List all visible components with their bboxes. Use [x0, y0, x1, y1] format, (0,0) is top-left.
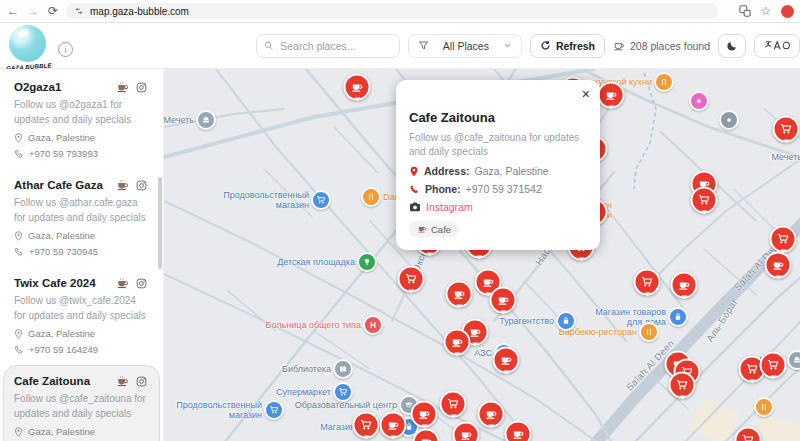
poi-marker[interactable] [333, 382, 353, 402]
cart-icon [360, 419, 373, 432]
map-marker-cart[interactable] [634, 269, 661, 296]
poi-marker[interactable] [639, 322, 659, 342]
bookmark-star-icon[interactable]: ☆ [759, 4, 773, 18]
places-sidebar: O2gaza1Follow us @o2gaza1 for updates an… [0, 69, 164, 441]
map-marker-cup[interactable] [765, 252, 792, 279]
poi-marker[interactable] [333, 359, 353, 379]
poi-label: Мечеть [771, 152, 800, 162]
instagram-link[interactable]: Instagram [426, 201, 473, 213]
translate-icon[interactable] [739, 5, 751, 17]
address-bar[interactable]: map.gaza-bubble.com [66, 3, 718, 19]
back-icon[interactable]: ← [6, 4, 20, 18]
cup-icon [512, 428, 525, 441]
search-input[interactable] [278, 39, 392, 53]
map-marker-cup[interactable] [380, 412, 407, 439]
poi-marker[interactable] [719, 110, 739, 130]
map-marker-cup[interactable] [671, 272, 698, 299]
coffee-cup-icon[interactable] [116, 179, 129, 192]
fork-icon [759, 402, 769, 412]
site-info-icon[interactable] [74, 6, 84, 16]
search-icon [264, 40, 273, 51]
map-marker-cup[interactable] [453, 422, 480, 441]
place-card[interactable]: Twix Cafe 2024Follow us @twix_cafe.2024 … [3, 267, 160, 363]
map-marker-cart[interactable] [770, 226, 797, 253]
place-name: O2gaza1 [14, 81, 116, 93]
coffee-cup-icon[interactable] [116, 277, 129, 290]
map-marker-cup[interactable] [411, 401, 438, 428]
map-marker-cart[interactable] [353, 412, 380, 439]
funnel-icon [418, 40, 429, 51]
place-card[interactable]: Athar Cafe GazaFollow us @athar.cafe.gaz… [3, 169, 160, 265]
poi-marker[interactable] [787, 350, 800, 370]
instagram-icon[interactable] [136, 82, 147, 93]
cup-icon [418, 408, 431, 421]
place-card[interactable]: Cafe ZaitounaFollow us @cafe_zaitouna fo… [3, 365, 160, 441]
main-content: O2gaza1Follow us @o2gaza1 for updates an… [0, 69, 800, 441]
poi-marker[interactable] [654, 72, 674, 92]
map-marker-cart[interactable] [398, 266, 425, 293]
map-marker-cup[interactable] [478, 401, 505, 428]
map-marker-cup[interactable] [344, 74, 371, 101]
poi-marker[interactable] [357, 252, 377, 272]
refresh-button[interactable]: Refresh [530, 34, 605, 58]
popup-phone-row: Phone: +970 59 371542 [409, 183, 587, 195]
instagram-icon[interactable] [136, 376, 147, 387]
place-phone-row: +970 59 793993 [14, 148, 147, 159]
cart-icon [780, 123, 793, 136]
map-marker-cup[interactable] [444, 329, 471, 356]
place-location-row: Gaza, Palestine [14, 328, 147, 339]
poi-marker[interactable] [311, 190, 331, 210]
map-marker-cup[interactable] [505, 421, 532, 441]
instagram-icon[interactable] [136, 180, 147, 191]
coffee-cup-icon[interactable] [116, 81, 129, 94]
app-header: GAZA BUBBLE i All Places [0, 23, 800, 69]
map-marker-cart[interactable] [760, 352, 787, 379]
cup-icon [678, 279, 691, 292]
book-icon [338, 364, 348, 374]
language-toggle[interactable] [754, 34, 800, 58]
forward-icon[interactable]: → [26, 4, 40, 18]
address-value: Gaza, Palestine [475, 165, 549, 177]
poi-marker[interactable] [754, 397, 774, 417]
close-icon[interactable]: × [582, 87, 590, 101]
poi-marker[interactable] [361, 187, 381, 207]
map-marker-cup[interactable] [446, 281, 473, 308]
poi-label: Турагентство [499, 316, 554, 326]
url-text: map.gaza-bubble.com [90, 6, 189, 17]
poi-marker[interactable] [668, 307, 688, 327]
map-marker-cart[interactable] [691, 187, 718, 214]
map-marker-cart[interactable] [773, 116, 800, 143]
map-marker-cart[interactable] [669, 372, 696, 399]
dot-icon [724, 115, 734, 125]
map-marker-cup[interactable] [490, 287, 517, 314]
reload-icon[interactable]: ⟳ [46, 4, 60, 18]
search-box[interactable] [256, 34, 400, 58]
coffee-cup-icon[interactable] [116, 375, 129, 388]
info-icon[interactable]: i [58, 42, 73, 57]
place-card-header: O2gaza1 [14, 81, 147, 94]
dark-mode-toggle[interactable] [718, 34, 746, 58]
poi-marker[interactable] [689, 91, 709, 111]
map-canvas[interactable]: Salah Al DeenSalah Al DeenАль-БорагНасей… [164, 69, 800, 441]
map-marker-cup[interactable] [598, 82, 625, 109]
sidebar-scrollbar[interactable] [158, 177, 162, 269]
poi-marker[interactable] [264, 400, 284, 420]
cart-icon [641, 276, 654, 289]
place-card[interactable]: O2gaza1Follow us @o2gaza1 for updates an… [3, 71, 160, 167]
filter-dropdown[interactable]: All Places [408, 34, 522, 58]
cup-icon [460, 429, 473, 441]
map-marker-cart[interactable] [440, 391, 467, 418]
profile-avatar[interactable] [781, 5, 794, 18]
place-name: Cafe Zaitouna [14, 375, 116, 387]
place-location: Gaza, Palestine [28, 328, 95, 339]
poi-marker[interactable] [363, 315, 383, 335]
cup-icon [605, 89, 618, 102]
poi-marker[interactable] [556, 311, 576, 331]
map-marker-cup[interactable] [493, 347, 520, 374]
place-phone-row: +970 59 730945 [14, 246, 147, 257]
instagram-icon[interactable] [136, 278, 147, 289]
phone-label: Phone: [425, 183, 461, 195]
cup-icon [420, 436, 433, 441]
cup-icon [613, 40, 625, 52]
poi-marker[interactable] [196, 110, 216, 130]
